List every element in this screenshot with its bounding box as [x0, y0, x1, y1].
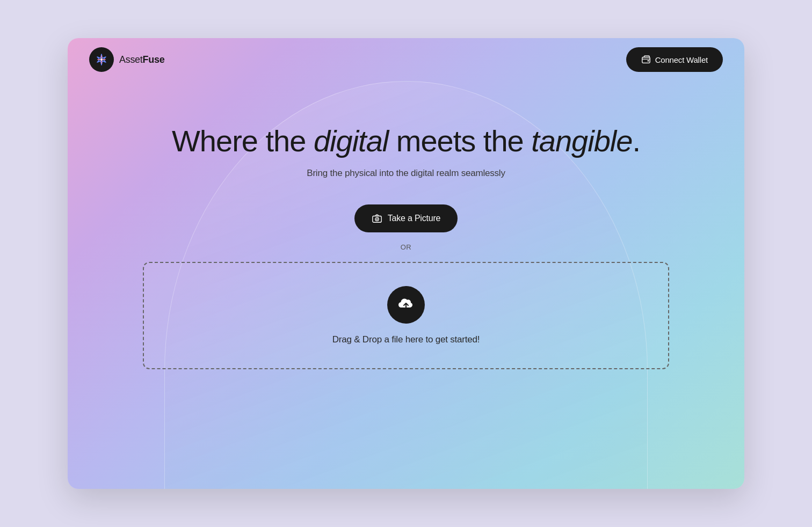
logo-area: AssetFuse: [89, 47, 164, 72]
camera-icon: [372, 213, 382, 224]
logo-text: AssetFuse: [119, 54, 164, 65]
app-window: AssetFuse Connect Wallet Where the digit…: [68, 38, 744, 489]
svg-point-5: [376, 218, 378, 220]
logo-icon: [89, 47, 114, 72]
svg-rect-1: [642, 57, 649, 63]
svg-point-0: [100, 58, 103, 61]
drop-zone-text: Drag & Drop a file here to get started!: [332, 334, 480, 345]
drop-zone[interactable]: Drag & Drop a file here to get started!: [143, 262, 669, 369]
main-content: Where the digital meets the tangible. Br…: [68, 81, 744, 369]
hero-title: Where the digital meets the tangible.: [172, 124, 640, 158]
or-divider: OR: [401, 243, 412, 251]
take-picture-button[interactable]: Take a Picture: [354, 204, 458, 232]
upload-icon-wrapper: [387, 286, 425, 324]
logo-star-icon: [95, 53, 108, 67]
take-picture-label: Take a Picture: [388, 214, 441, 223]
svg-rect-2: [647, 60, 649, 62]
wallet-icon: [641, 55, 651, 64]
navbar: AssetFuse Connect Wallet: [68, 38, 744, 81]
connect-wallet-label: Connect Wallet: [655, 55, 708, 64]
hero-subtitle: Bring the physical into the digital real…: [307, 168, 505, 179]
upload-cloud-icon: [397, 296, 415, 314]
connect-wallet-button[interactable]: Connect Wallet: [626, 47, 723, 72]
